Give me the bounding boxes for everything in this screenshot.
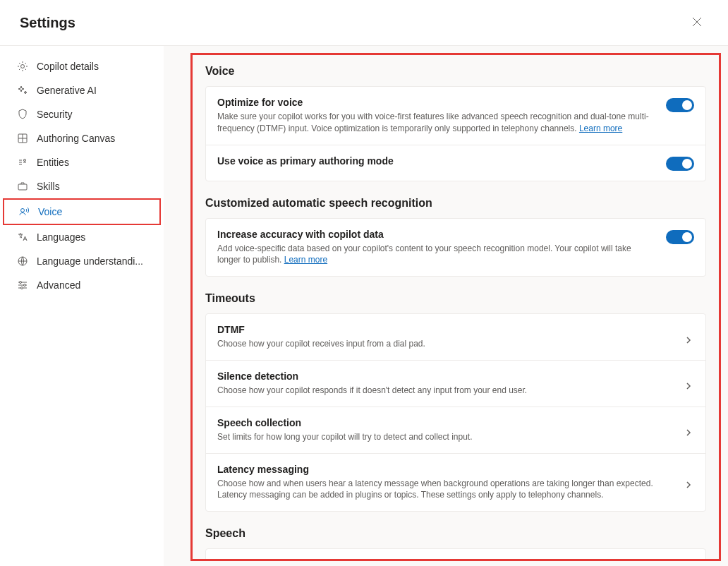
- row-description: Add voice-specific data based on your co…: [217, 243, 655, 267]
- chevron-right-icon: [683, 380, 694, 392]
- primary-authoring-toggle[interactable]: [666, 157, 694, 171]
- page-title: Settings: [20, 15, 75, 31]
- speech-card: Sensitivity Controls the level of sensit…: [205, 548, 706, 561]
- speech-collection-row[interactable]: Speech collection Set limits for how lon…: [206, 407, 705, 454]
- skills-icon: [17, 181, 28, 192]
- entities-icon: [17, 157, 28, 168]
- close-button[interactable]: [686, 11, 708, 34]
- sensitivity-row[interactable]: Sensitivity Controls the level of sensit…: [206, 549, 705, 561]
- sidebar: Copilot details Generative AI Security A…: [0, 46, 164, 566]
- sidebar-item-security[interactable]: Security: [3, 102, 161, 126]
- optimize-voice-toggle[interactable]: [666, 98, 694, 112]
- increase-accuracy-toggle[interactable]: [666, 230, 694, 244]
- section-title-voice: Voice: [205, 65, 706, 78]
- row-title: Optimize for voice: [217, 97, 655, 108]
- svg-point-0: [21, 65, 25, 68]
- timeouts-card: DTMF Choose how your copilot receives in…: [205, 313, 706, 512]
- svg-point-2: [24, 159, 26, 162]
- row-content: Speech collection Set limits for how lon…: [217, 417, 672, 443]
- svg-point-4: [21, 209, 25, 212]
- canvas-icon: [17, 133, 28, 144]
- sidebar-item-label: Skills: [37, 181, 60, 192]
- sidebar-item-advanced[interactable]: Advanced: [3, 273, 161, 297]
- row-title: Silence detection: [217, 371, 672, 382]
- sidebar-item-copilot-details[interactable]: Copilot details: [3, 54, 161, 78]
- row-content: DTMF Choose how your copilot receives in…: [217, 324, 672, 350]
- sidebar-item-label: Advanced: [37, 279, 80, 291]
- row-content: Optimize for voice Make sure your copilo…: [217, 97, 655, 135]
- voice-icon: [18, 206, 30, 217]
- row-content: Latency messaging Choose how and when us…: [217, 464, 672, 502]
- sidebar-item-label: Languages: [37, 231, 85, 243]
- language-understanding-icon: [17, 255, 28, 267]
- section-title-speech: Speech: [205, 527, 706, 540]
- sidebar-item-languages[interactable]: Languages: [3, 225, 161, 249]
- row-content: Use voice as primary authoring mode: [217, 155, 655, 169]
- sparkle-icon: [17, 85, 28, 96]
- row-description: Make sure your copilot works for you wit…: [217, 111, 655, 135]
- chevron-right-icon: [683, 335, 694, 346]
- shield-icon: [17, 109, 28, 120]
- sidebar-item-skills[interactable]: Skills: [3, 174, 161, 198]
- chevron-right-icon: [683, 479, 694, 490]
- row-title: DTMF: [217, 324, 672, 335]
- optimize-for-voice-row: Optimize for voice Make sure your copilo…: [206, 87, 705, 145]
- chevron-right-icon: [683, 427, 694, 438]
- sidebar-item-label: Generative AI: [37, 85, 97, 96]
- languages-icon: [17, 231, 28, 243]
- voice-card: Optimize for voice Make sure your copilo…: [205, 86, 706, 181]
- sidebar-item-authoring-canvas[interactable]: Authoring Canvas: [3, 126, 161, 150]
- latency-messaging-row[interactable]: Latency messaging Choose how and when us…: [206, 454, 705, 512]
- row-content: Increase accuracy with copilot data Add …: [217, 229, 655, 267]
- sidebar-item-label: Language understandi...: [37, 255, 143, 267]
- row-description: Choose how your copilot responds if it d…: [217, 385, 672, 397]
- svg-point-6: [20, 282, 22, 284]
- header: Settings: [0, 0, 728, 46]
- row-title: Increase accuracy with copilot data: [217, 229, 655, 240]
- row-description: Choose how your copilot receives input f…: [217, 338, 672, 350]
- dtmf-row[interactable]: DTMF Choose how your copilot receives in…: [206, 314, 705, 361]
- row-description: Choose how and when users hear a latency…: [217, 478, 672, 502]
- svg-point-8: [21, 287, 23, 289]
- increase-accuracy-row: Increase accuracy with copilot data Add …: [206, 219, 705, 277]
- row-title: Latency messaging: [217, 464, 672, 475]
- sidebar-item-label: Copilot details: [37, 61, 99, 72]
- sidebar-item-label: Voice: [38, 206, 62, 217]
- row-title: Sensitivity: [217, 559, 672, 561]
- svg-point-7: [24, 284, 26, 287]
- layout: Copilot details Generative AI Security A…: [0, 46, 728, 566]
- sidebar-item-generative-ai[interactable]: Generative AI: [3, 78, 161, 102]
- sidebar-item-label: Entities: [37, 157, 69, 168]
- row-title: Use voice as primary authoring mode: [217, 155, 655, 167]
- svg-rect-3: [18, 184, 27, 190]
- primary-authoring-row: Use voice as primary authoring mode: [206, 145, 705, 181]
- gear-icon: [17, 61, 28, 72]
- learn-more-link[interactable]: Learn more: [579, 124, 622, 133]
- row-desc-text: Add voice-specific data based on your co…: [217, 243, 631, 265]
- sidebar-item-label: Authoring Canvas: [37, 133, 115, 144]
- sidebar-item-entities[interactable]: Entities: [3, 150, 161, 174]
- sidebar-item-language-understanding[interactable]: Language understandi...: [3, 249, 161, 273]
- silence-detection-row[interactable]: Silence detection Choose how your copilo…: [206, 361, 705, 407]
- row-title: Speech collection: [217, 417, 672, 428]
- sidebar-item-voice[interactable]: Voice: [3, 198, 161, 225]
- row-content: Silence detection Choose how your copilo…: [217, 371, 672, 397]
- row-content: Sensitivity Controls the level of sensit…: [217, 559, 672, 561]
- advanced-icon: [17, 279, 28, 291]
- section-title-asr: Customized automatic speech recognition: [205, 197, 706, 210]
- main-content: Voice Optimize for voice Make sure your …: [190, 53, 721, 561]
- section-title-timeouts: Timeouts: [205, 292, 706, 305]
- learn-more-link[interactable]: Learn more: [284, 255, 327, 265]
- asr-card: Increase accuracy with copilot data Add …: [205, 218, 706, 277]
- row-description: Set limits for how long your copilot wil…: [217, 431, 672, 443]
- sidebar-item-label: Security: [37, 109, 73, 120]
- close-icon: [692, 17, 702, 29]
